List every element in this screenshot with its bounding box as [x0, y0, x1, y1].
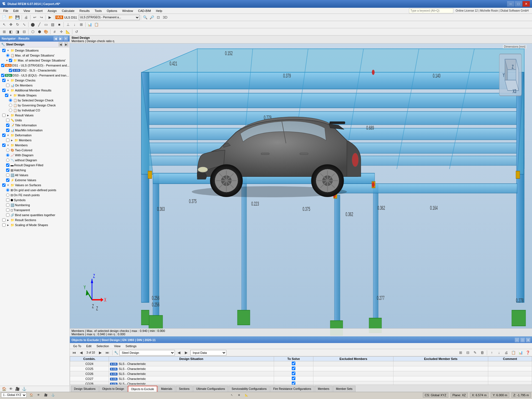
tb-redo[interactable]: ↪ — [38, 14, 44, 21]
tree-on-grid[interactable]: ⊞ On grid and user-defined points — [0, 188, 70, 193]
ote-maximize[interactable]: □ — [520, 338, 525, 342]
menu-help[interactable]: Help — [154, 9, 165, 13]
ote-edit[interactable]: Edit — [84, 344, 94, 348]
ote-action9[interactable]: 📊 — [518, 350, 524, 356]
ote-settings[interactable]: Settings — [123, 344, 139, 348]
tree-deformation[interactable]: ▼ 📁 Deformation — [0, 133, 70, 138]
tb3-side[interactable]: ◨ — [14, 29, 21, 35]
table-row[interactable]: CO26S Ch SLS - Characteristic — [70, 371, 532, 376]
radio-without-diagram[interactable] — [6, 158, 9, 162]
search-input[interactable] — [409, 8, 453, 13]
tab-materials[interactable]: Materials — [158, 386, 175, 392]
sb-icon2[interactable]: ✥ — [237, 393, 242, 398]
tree-max-all[interactable]: 📋 Max. of all 'Design Situations' — [0, 53, 70, 58]
ote-nav-first[interactable]: ⏮ — [71, 350, 77, 356]
radio-with-diagram[interactable] — [6, 154, 9, 157]
nav-close[interactable]: ✕ — [63, 36, 68, 41]
tab-members[interactable]: Members — [315, 386, 332, 392]
ote-action4[interactable]: 🗑 — [479, 350, 485, 356]
nav-fwd[interactable]: ▶ — [58, 36, 63, 41]
tree-transparent[interactable]: ◻ Transparent — [0, 208, 70, 213]
tree-ds2[interactable]: S Ch DS2 - SLS - Characteristic — [0, 68, 70, 73]
nav-back[interactable]: ◀ — [53, 36, 58, 41]
tree-on-members[interactable]: 📊 On Members — [0, 83, 70, 88]
cell-to-solve[interactable] — [274, 361, 313, 366]
chk-ds1[interactable] — [1, 64, 4, 67]
toggle-values-surfaces[interactable]: ▼ — [6, 183, 10, 187]
menu-assign[interactable]: Assign — [45, 9, 59, 13]
radio-by-selected[interactable] — [9, 99, 12, 102]
tb-new[interactable]: 📄 — [1, 14, 7, 21]
tb-zoom-out[interactable]: 🔎 — [149, 14, 155, 21]
tb2-result[interactable]: 📊 — [87, 22, 93, 28]
nav-btn-4[interactable]: ⚓ — [21, 386, 27, 392]
table-row[interactable]: CO27S Ch SLS - Characteristic — [70, 376, 532, 381]
menu-calculate[interactable]: Calculate — [60, 9, 77, 13]
tb2-solid[interactable]: ■ — [56, 22, 62, 28]
chk-bind-same[interactable] — [6, 213, 9, 217]
tree-members-top[interactable]: ▼ 📁 Members — [0, 143, 70, 148]
tree-result-values[interactable]: ▶ 📁 Result Values — [0, 113, 70, 118]
radio-by-individual[interactable] — [9, 109, 12, 112]
chk-ds3[interactable] — [1, 74, 4, 77]
ote-action5[interactable]: ↑ — [489, 350, 495, 356]
nav-btn-1[interactable]: 🏠 — [1, 386, 7, 392]
status-btn4[interactable]: ⚓ — [50, 393, 55, 398]
tb3-snap[interactable]: ✛ — [58, 29, 64, 35]
chk-design-checks[interactable] — [2, 79, 6, 82]
chk-mode-shapes[interactable] — [5, 94, 8, 97]
toggle-design-checks[interactable]: ▼ — [6, 78, 10, 82]
menu-options[interactable]: Options — [104, 9, 119, 13]
chk-values-surfaces[interactable] — [2, 183, 6, 187]
tb3-grid[interactable]: # — [52, 29, 58, 35]
ote-action3[interactable]: ✎ — [472, 350, 478, 356]
tb2-line[interactable]: ╱ — [36, 22, 42, 28]
chk-max-selected[interactable] — [9, 59, 12, 62]
chk-result-values[interactable] — [2, 114, 6, 117]
tree-units[interactable]: 📏 Units — [0, 118, 70, 123]
tb-fit[interactable]: ⊡ — [155, 14, 162, 21]
toggle-mode-shapes[interactable]: ▼ — [9, 93, 13, 97]
chk-result-filled[interactable] — [6, 163, 9, 167]
chk-hatching[interactable] — [6, 168, 9, 172]
close-button[interactable]: ✕ — [523, 1, 530, 7]
toggle-design-situations[interactable]: ▼ — [6, 48, 10, 52]
tb3-view-all[interactable]: ⊞ — [1, 29, 7, 35]
tree-result-filled[interactable]: ▬ Result Diagram Filled — [0, 163, 70, 168]
tb3-refresh[interactable]: ↺ — [73, 29, 80, 35]
tb2-node[interactable]: ⬤ — [30, 22, 36, 28]
status-btn2[interactable]: 👁 — [36, 393, 41, 398]
radio-two-colored[interactable] — [6, 149, 9, 152]
chk-additional[interactable] — [2, 89, 6, 92]
view-cube[interactable]: X3 Y Z — [499, 54, 521, 96]
tree-two-colored[interactable]: 🎨 Two-Colored — [0, 148, 70, 153]
tree-max-min-info[interactable]: 📊 Max/Min Information — [0, 128, 70, 133]
nav-btn-3[interactable]: 🎥 — [14, 386, 21, 392]
chk-scaling[interactable] — [2, 223, 6, 227]
tab-objects-to-exclude[interactable]: Objects to Exclude — [128, 386, 157, 392]
ote-nav-last[interactable]: ⏭ — [104, 350, 111, 356]
tree-def-members[interactable]: ▶ 📁 Members — [0, 138, 70, 143]
tree-max-selected[interactable]: ▼ 📁 Max. of selected 'Design Situations' — [0, 58, 70, 63]
ote-dd-next[interactable]: ▶ — [183, 350, 189, 356]
tb-undo[interactable]: ↩ — [32, 14, 38, 21]
tree-additional[interactable]: ▼ 📁 Additional Member Results — [0, 88, 70, 93]
tb3-measure[interactable]: 📐 — [65, 29, 71, 35]
tree-mode-shapes[interactable]: ▼ 📁 Mode Shapes — [0, 93, 70, 98]
tree-design-situations[interactable]: ▼ 📁 Design Situations — [0, 48, 70, 53]
ote-selection[interactable]: Selection — [94, 344, 111, 348]
tb-save[interactable]: 💾 — [14, 14, 21, 21]
menu-edit[interactable]: Edit — [11, 9, 21, 13]
status-btn1[interactable]: 🏠 — [29, 393, 34, 398]
toggle-scaling[interactable]: ▶ — [6, 223, 10, 227]
sd-nav-fwd[interactable]: ▶ — [64, 42, 68, 47]
tb2-move[interactable]: ✥ — [8, 22, 14, 28]
chk-max-min[interactable] — [6, 129, 9, 132]
chk-numbering[interactable] — [6, 203, 9, 207]
ote-action1[interactable]: ⊞ — [457, 350, 464, 356]
tb2-combo[interactable]: ⊞ — [78, 22, 84, 28]
chk-ds2[interactable] — [9, 69, 12, 72]
tree-on-fe-mesh[interactable]: ⊟ On FE mesh points — [0, 193, 70, 198]
tb2-select[interactable]: ↖ — [1, 22, 7, 28]
tb3-solid2[interactable]: ⬢ — [36, 29, 42, 35]
